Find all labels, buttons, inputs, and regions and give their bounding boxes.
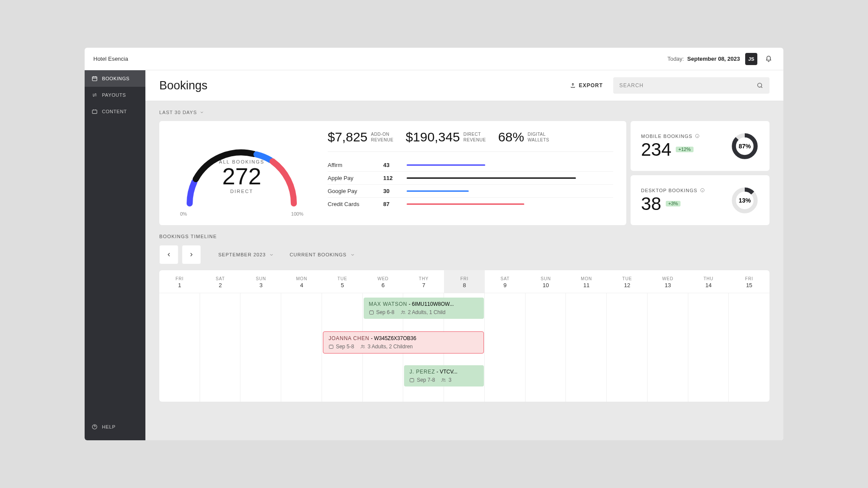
chevron-down-icon [269, 252, 274, 257]
next-button[interactable] [182, 245, 201, 264]
booking-block[interactable]: MAX WATSON - 6IMU110W8OW... Sep 6-8 2 Ad… [364, 298, 484, 319]
day-header[interactable]: SAT2 [200, 270, 241, 293]
content-icon [92, 108, 98, 115]
desktop-bookings-card: DESKTOP BOOKINGS 38 +3% [631, 175, 769, 225]
timeline-head: FRI1SAT2SUN3MON4TUE5WED6THY7FRI8SAT9SUN1… [159, 270, 769, 293]
payment-row: Google Pay 30 [328, 185, 613, 198]
today-date: September 08, 2023 [687, 56, 740, 62]
filter-dropdown[interactable]: CURRENT BOOKINGS [283, 252, 361, 257]
sidebar-item-help[interactable]: HELP [85, 419, 145, 435]
gauge-sublabel: DIRECT [177, 189, 307, 194]
chevron-left-icon [166, 252, 172, 258]
payment-rows: Affirm 43 Apple Pay 112 Google Pay 30 Cr… [328, 159, 613, 210]
transfer-icon [92, 92, 98, 98]
sidebar-bottom: HELP [85, 419, 145, 440]
sidebar-item-label: HELP [102, 424, 115, 429]
donut-label: 13% [730, 186, 759, 215]
notifications-button[interactable] [763, 53, 775, 65]
timeline: FRI1SAT2SUN3MON4TUE5WED6THY7FRI8SAT9SUN1… [159, 270, 769, 402]
gauge-value: 272 [177, 164, 307, 188]
day-header[interactable]: SUN10 [526, 270, 566, 293]
day-header[interactable]: SAT9 [485, 270, 526, 293]
day-header[interactable]: SUN3 [240, 270, 281, 293]
booking-block[interactable]: JOANNA CHEN - W345Z6X37OB36 Sep 5-8 3 Ad… [323, 331, 484, 354]
svg-rect-13 [329, 345, 333, 349]
search-icon [756, 82, 763, 89]
svg-point-11 [402, 311, 403, 312]
payment-name: Affirm [328, 162, 375, 168]
timeline-controls: SEPTEMBER 2023 CURRENT BOOKINGS [159, 245, 769, 264]
card-title: DESKTOP BOOKINGS [641, 188, 705, 193]
donut-desktop: 13% [730, 186, 759, 215]
day-header[interactable]: FRI1 [159, 270, 200, 293]
sidebar-item-label: PAYOUTS [102, 92, 126, 98]
side-column: MOBILE BOOKINGS 234 +12% [631, 121, 769, 225]
metric-label: ADD-ON REVENUE [371, 130, 394, 143]
booking-block[interactable]: J. PEREZ - VTCV... Sep 7-8 3 [404, 365, 483, 386]
day-header[interactable]: TUE12 [607, 270, 648, 293]
range-dropdown[interactable]: LAST 30 DAYS [159, 110, 769, 115]
chevron-right-icon [188, 252, 194, 258]
hotel-name: Hotel Esencia [93, 56, 128, 62]
metric-value: 68% [498, 130, 524, 144]
gauge-wrap: ALL BOOKINGS 272 DIRECT 0% 100% [172, 130, 311, 216]
search-box[interactable] [613, 77, 769, 94]
svg-rect-1 [92, 110, 97, 114]
day-header[interactable]: WED13 [648, 270, 688, 293]
calendar-icon [92, 75, 98, 82]
avatar[interactable]: JS [745, 53, 757, 65]
sidebar-item-content[interactable]: CONTENT [85, 103, 145, 120]
timeline-body: MAX WATSON - 6IMU110W8OW... Sep 6-8 2 Ad… [159, 293, 769, 402]
month-dropdown[interactable]: SEPTEMBER 2023 [212, 252, 280, 257]
bell-icon [765, 56, 772, 62]
chevron-down-icon [350, 252, 355, 257]
day-header[interactable]: FRI8 [444, 270, 485, 293]
range-label: LAST 30 DAYS [159, 110, 197, 115]
day-header[interactable]: TUE5 [322, 270, 363, 293]
stats-row: ALL BOOKINGS 272 DIRECT 0% 100% [159, 121, 769, 225]
metric-label: DIRECT REVENUE [464, 130, 486, 143]
metric-direct: $190,345 DIRECT REVENUE [406, 130, 486, 144]
gauge-center: ALL BOOKINGS 272 DIRECT [177, 159, 307, 194]
help-icon [92, 424, 98, 430]
metric-wallets: 68% DIGITAL WALLETS [498, 130, 549, 144]
info-icon[interactable] [700, 188, 705, 193]
card-delta: +12% [676, 147, 693, 152]
sidebar-top: BOOKINGS PAYOUTS CONTENT [85, 70, 145, 419]
payment-row: Affirm 43 [328, 159, 613, 172]
day-header[interactable]: FRI15 [729, 270, 769, 293]
export-label: EXPORT [579, 82, 603, 88]
sidebar-item-bookings[interactable]: BOOKINGS [85, 70, 145, 87]
sidebar-item-payouts[interactable]: PAYOUTS [85, 87, 145, 103]
chevron-down-icon [200, 110, 204, 115]
metric-label: DIGITAL WALLETS [528, 130, 549, 143]
main-stats-card: ALL BOOKINGS 272 DIRECT 0% 100% [159, 121, 626, 225]
svg-point-17 [442, 379, 444, 380]
payment-row: Credit Cards 87 [328, 198, 613, 210]
prev-button[interactable] [159, 245, 178, 264]
app-window: Hotel Esencia Today: September 08, 2023 … [85, 48, 783, 440]
payment-bar [407, 203, 613, 205]
day-header[interactable]: WED6 [363, 270, 404, 293]
donut-label: 87% [730, 132, 759, 160]
payment-count: 112 [383, 175, 399, 181]
search-input[interactable] [619, 82, 756, 88]
mobile-bookings-card: MOBILE BOOKINGS 234 +12% [631, 121, 769, 171]
svg-rect-16 [410, 379, 414, 382]
info-icon[interactable] [695, 134, 700, 138]
card-value-row: 234 +12% [641, 141, 700, 159]
day-header[interactable]: THU14 [688, 270, 729, 293]
export-button[interactable]: EXPORT [570, 82, 603, 88]
day-header[interactable]: MON4 [281, 270, 322, 293]
top-metrics: $7,825 ADD-ON REVENUE $190,345 [328, 130, 613, 152]
svg-point-12 [404, 311, 404, 312]
payment-row: Apple Pay 112 [328, 172, 613, 185]
card-title: MOBILE BOOKINGS [641, 134, 700, 139]
topbar-right: Today: September 08, 2023 JS [667, 53, 775, 65]
day-header[interactable]: THY7 [403, 270, 444, 293]
page-title: Bookings [159, 79, 207, 92]
sidebar-item-label: BOOKINGS [102, 76, 129, 81]
payment-bar [407, 177, 613, 179]
svg-rect-0 [92, 77, 97, 81]
day-header[interactable]: MON11 [566, 270, 607, 293]
